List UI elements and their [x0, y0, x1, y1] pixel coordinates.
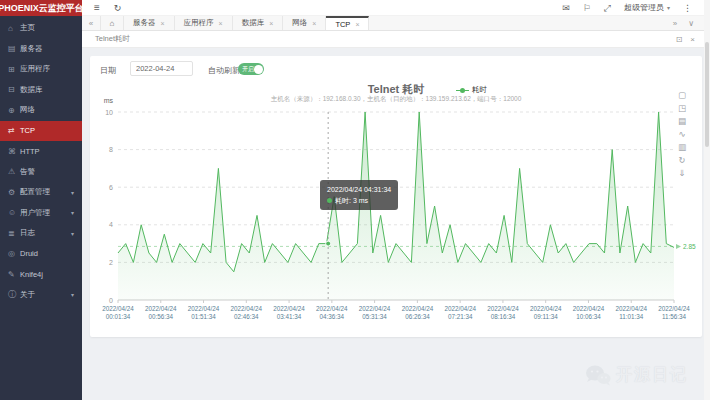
- refresh-icon[interactable]: ↻: [114, 0, 122, 16]
- svg-text:8: 8: [109, 146, 113, 153]
- svg-text:2022/04/24: 2022/04/24: [530, 305, 562, 312]
- svg-text:2022/04/24: 2022/04/24: [615, 305, 647, 312]
- sidebar-item-label: 用户管理: [20, 208, 50, 218]
- vertical-scrollbar[interactable]: [704, 0, 710, 400]
- content-area: 日期 自动刷新 开启 0246810ms2022/04/2400:01:3420…: [82, 48, 710, 400]
- logs-icon: ≣: [8, 229, 20, 238]
- sidebar-item-druid[interactable]: ◎Druid: [0, 244, 82, 265]
- data-view-icon[interactable]: ▤: [678, 116, 686, 127]
- fullscreen-icon[interactable]: ⤢: [604, 0, 611, 16]
- tab-label: 服务器: [133, 18, 156, 28]
- tab-label: 网络: [292, 18, 307, 28]
- svg-text:02:46:34: 02:46:34: [234, 313, 259, 320]
- svg-text:05:31:34: 05:31:34: [362, 313, 387, 320]
- bar-chart-icon[interactable]: ▥: [678, 142, 686, 153]
- sidebar-item-network[interactable]: ⊕网络: [0, 100, 82, 121]
- line-chart-icon[interactable]: ∿: [678, 129, 686, 140]
- chevron-down-icon: ▾: [667, 4, 670, 11]
- scrollbar-thumb[interactable]: [705, 42, 709, 147]
- svg-text:2022/04/24: 2022/04/24: [316, 305, 348, 312]
- svg-text:09:11:34: 09:11:34: [534, 313, 559, 320]
- sidebar-item-label: 数据库: [20, 85, 43, 95]
- scroll-tabs-right-icon[interactable]: »: [673, 19, 677, 28]
- svg-text:2022/04/24: 2022/04/24: [658, 305, 690, 312]
- data-zoom-icon[interactable]: ▢: [678, 90, 686, 101]
- druid-icon: ◎: [8, 249, 20, 258]
- chart-toolbox: ▢◳▤∿▥↻⇓: [678, 90, 686, 179]
- sidebar-item-application[interactable]: ⊞应用程序: [0, 59, 82, 80]
- svg-text:2022/04/24: 2022/04/24: [402, 305, 434, 312]
- sidebar-item-database[interactable]: ⊟数据库: [0, 80, 82, 101]
- date-input[interactable]: [130, 61, 193, 76]
- svg-text:10:06:34: 10:06:34: [576, 313, 601, 320]
- alarm-icon: ⚠: [8, 167, 20, 176]
- svg-text:2: 2: [109, 259, 113, 266]
- chevron-down-icon: ▾: [71, 230, 74, 237]
- svg-text:4: 4: [109, 221, 113, 228]
- message-icon[interactable]: ✉: [562, 0, 570, 16]
- sidebar-item-label: HTTP: [20, 147, 40, 156]
- sidebar: PHOENIX云监控平台 ⌂主页▤服务器⊞应用程序⊟数据库⊕网络⇄TCP⌘HTT…: [0, 0, 82, 400]
- tab-close-icon[interactable]: ×: [355, 21, 359, 28]
- svg-text:03:41:34: 03:41:34: [277, 313, 302, 320]
- tab-server[interactable]: 服务器×: [124, 16, 175, 30]
- popout-icon[interactable]: ⊡: [676, 35, 683, 44]
- date-label: 日期: [100, 65, 116, 76]
- app-logo: PHOENIX云监控平台: [0, 0, 82, 16]
- svg-text:01:51:34: 01:51:34: [191, 313, 216, 320]
- save-image-icon[interactable]: ⇓: [678, 168, 686, 179]
- sidebar-item-server[interactable]: ▤服务器: [0, 39, 82, 60]
- tab-close-icon[interactable]: ×: [219, 20, 223, 27]
- sidebar-item-alarm[interactable]: ⚠告警: [0, 162, 82, 183]
- tab-home[interactable]: ⌂: [100, 16, 124, 30]
- tab-close-icon[interactable]: ×: [312, 20, 316, 27]
- svg-text:00:56:34: 00:56:34: [149, 313, 174, 320]
- sidebar-item-tcp[interactable]: ⇄TCP: [0, 121, 82, 142]
- restore-icon[interactable]: ↻: [678, 155, 686, 166]
- svg-text:2022/04/24: 2022/04/24: [188, 305, 220, 312]
- sidebar-item-knife4j[interactable]: ✎Knife4j: [0, 264, 82, 285]
- toggle-state-label: 开启: [242, 63, 254, 75]
- more-options-icon[interactable]: ⋮: [683, 0, 692, 16]
- svg-text:2022/04/24: 2022/04/24: [487, 305, 519, 312]
- tab-options-icon[interactable]: ∨: [688, 19, 694, 28]
- tab-application[interactable]: 应用程序×: [175, 16, 233, 30]
- legend-label: 耗时: [472, 85, 487, 95]
- svg-text:2022/04/24: 2022/04/24: [444, 305, 476, 312]
- auto-refresh-label: 自动刷新: [208, 65, 240, 76]
- tab-close-icon[interactable]: ×: [161, 20, 165, 27]
- zoom-reset-icon[interactable]: ◳: [678, 103, 686, 114]
- database-icon: ⊟: [8, 85, 20, 94]
- telnet-latency-chart: 0246810ms2022/04/2400:01:342022/04/2400:…: [90, 76, 702, 337]
- tab-network[interactable]: 网络×: [283, 16, 326, 30]
- application-icon: ⊞: [8, 65, 20, 74]
- close-icon[interactable]: ×: [690, 35, 695, 44]
- hamburger-icon[interactable]: ≡: [94, 0, 100, 16]
- chevron-down-icon: ▾: [71, 209, 74, 216]
- legend-item-haoshi[interactable]: 耗时: [456, 85, 487, 95]
- user-menu[interactable]: 超级管理员 ▾: [624, 2, 670, 13]
- knife4j-icon: ✎: [8, 270, 20, 279]
- sidebar-item-http[interactable]: ⌘HTTP: [0, 141, 82, 162]
- tab-database[interactable]: 数据库×: [233, 16, 284, 30]
- sidebar-item-users[interactable]: ☺用户管理▾: [0, 203, 82, 224]
- watermark: 开源日记: [585, 364, 688, 386]
- chevron-down-icon: ▾: [71, 189, 74, 196]
- sidebar-item-config[interactable]: ⚙配置管理▾: [0, 182, 82, 203]
- auto-refresh-toggle[interactable]: 开启: [238, 63, 264, 75]
- svg-text:0: 0: [109, 297, 113, 304]
- tabs-bar: « ⌂ 服务器×应用程序×数据库×网络×TCP× » ∨: [82, 16, 704, 31]
- scroll-tabs-left-icon[interactable]: «: [82, 16, 100, 30]
- sidebar-item-logs[interactable]: ≣日志▾: [0, 223, 82, 244]
- tab-tcp[interactable]: TCP×: [326, 16, 369, 30]
- bookmark-icon[interactable]: ⚐: [583, 0, 591, 16]
- users-icon: ☺: [8, 208, 20, 217]
- chevron-down-icon: ▾: [71, 291, 74, 298]
- tab-close-icon[interactable]: ×: [269, 20, 273, 27]
- svg-text:2022/04/24: 2022/04/24: [573, 305, 605, 312]
- page-bar: Telnet耗时 ⊡ ×: [82, 31, 704, 48]
- sidebar-item-home[interactable]: ⌂主页: [0, 18, 82, 39]
- sidebar-item-label: Druid: [20, 249, 38, 258]
- tcp-icon: ⇄: [8, 126, 20, 135]
- sidebar-item-about[interactable]: ⓘ关于▾: [0, 285, 82, 306]
